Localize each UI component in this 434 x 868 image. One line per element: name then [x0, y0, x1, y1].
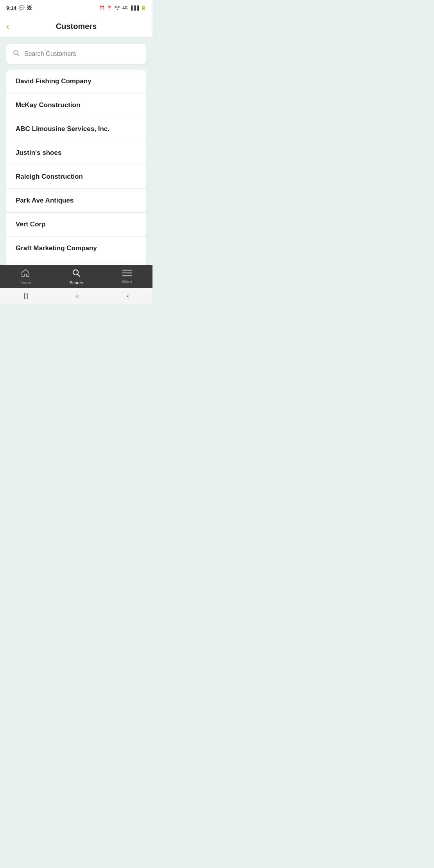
nav-more-label: More	[122, 279, 132, 284]
customer-name: Vert Corp	[16, 221, 46, 228]
customer-name: Raleigh Construction	[16, 173, 83, 180]
image-icon: 🖼	[27, 5, 32, 11]
search-icon	[13, 49, 20, 59]
android-nav-bar: ||| ○ ‹	[0, 288, 152, 304]
list-item[interactable]: Graft Marketing Company	[6, 237, 146, 260]
svg-line-1	[18, 54, 20, 56]
nav-item-more[interactable]: More	[102, 269, 152, 284]
customer-name: Justin's shoes	[16, 149, 61, 156]
nav-item-search[interactable]: Search	[51, 268, 102, 285]
recent-apps-button[interactable]: |||	[23, 292, 28, 299]
main-content: David Fishing Company McKay Construction…	[0, 38, 152, 265]
customer-name: Graft Marketing Company	[16, 244, 97, 252]
nav-home-label: Home	[20, 280, 31, 285]
location-icon: 📍	[107, 5, 112, 11]
search-input[interactable]	[24, 50, 140, 57]
wifi-icon	[114, 5, 120, 11]
chat-icon: 💬	[19, 5, 25, 11]
customer-name: ABC Limousine Services, Inc.	[16, 125, 109, 133]
back-android-button[interactable]: ‹	[127, 292, 129, 299]
list-item[interactable]: David Fishing Company	[6, 70, 146, 93]
customer-name: Park Ave Antiques	[16, 197, 74, 204]
page-title: Customers	[56, 22, 97, 31]
search-nav-icon	[72, 268, 81, 279]
nav-item-home[interactable]: Home	[0, 268, 51, 285]
nav-search-label: Search	[70, 280, 83, 285]
status-bar-left: 9:14 💬 🖼	[6, 5, 32, 11]
home-icon	[21, 268, 30, 279]
time-display: 9:14	[6, 5, 16, 11]
page-header: ‹ Customers	[0, 16, 152, 38]
back-button[interactable]: ‹	[6, 22, 9, 31]
list-item[interactable]: ABC Limousine Services, Inc.	[6, 117, 146, 141]
signal-bars-icon: ▐▐▐	[130, 5, 139, 10]
list-item[interactable]: Alloy Builderz	[6, 260, 146, 265]
home-button[interactable]: ○	[76, 292, 80, 299]
list-item[interactable]: Raleigh Construction	[6, 165, 146, 189]
battery-icon: 🔋	[141, 5, 146, 11]
status-bar-right: ⏰ 📍 4G ▐▐▐ 🔋	[99, 5, 146, 11]
list-item[interactable]: Park Ave Antiques	[6, 189, 146, 213]
list-item[interactable]: Justin's shoes	[6, 141, 146, 165]
customer-name: McKay Construction	[16, 101, 80, 109]
bottom-nav: Home Search More	[0, 265, 152, 288]
more-icon	[122, 269, 132, 278]
search-box	[6, 44, 146, 64]
list-item[interactable]: Vert Corp	[6, 213, 146, 237]
customer-list: David Fishing Company McKay Construction…	[6, 70, 146, 265]
svg-line-3	[78, 274, 80, 276]
status-bar: 9:14 💬 🖼 ⏰ 📍 4G ▐▐▐ 🔋	[0, 0, 152, 16]
alarm-icon: ⏰	[99, 5, 105, 11]
signal-4g-icon: 4G	[122, 6, 127, 10]
list-item[interactable]: McKay Construction	[6, 93, 146, 117]
customer-name: David Fishing Company	[16, 77, 91, 85]
